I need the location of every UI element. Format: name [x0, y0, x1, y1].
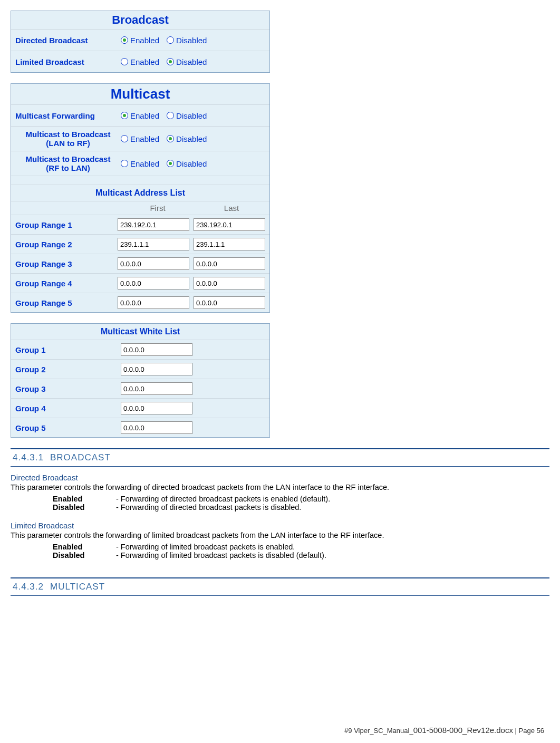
col-first: First	[121, 204, 195, 213]
directed-broadcast-heading: Directed Broadcast	[11, 473, 549, 482]
whitelist-label: Group 2	[15, 365, 117, 374]
option-label: Directed Broadcast	[15, 36, 121, 45]
option-row: Multicast ForwardingEnabledDisabled	[11, 104, 269, 126]
radio-icon	[121, 112, 128, 119]
group-range-row: Group Range 3	[11, 254, 269, 273]
disabled-radio[interactable]: Disabled	[167, 159, 207, 168]
option-row: Multicast to Broadcast(RF to LAN)Enabled…	[11, 151, 269, 176]
ip-input[interactable]	[121, 343, 192, 356]
ip-input-last[interactable]	[194, 218, 265, 231]
whitelist-title: Multicast White List	[11, 324, 269, 340]
section-heading-broadcast: 4.4.3.1BROADCAST	[11, 449, 549, 466]
directed-broadcast-desc: This parameter controls the forwarding o…	[11, 483, 549, 491]
whitelist-panel: Multicast White List Group 1Group 2Group…	[11, 323, 270, 438]
multicast-addr-list-title: Multicast Address List	[11, 185, 269, 201]
group-range-row: Group Range 1	[11, 215, 269, 234]
ip-input-last[interactable]	[194, 257, 265, 270]
enabled-radio[interactable]: Enabled	[121, 159, 159, 168]
enabled-radio[interactable]: Enabled	[121, 134, 159, 143]
range-label: Group Range 2	[15, 240, 113, 249]
whitelist-row: Group 1	[11, 340, 269, 359]
whitelist-row: Group 5	[11, 418, 269, 437]
whitelist-label: Group 1	[15, 345, 117, 354]
spacer	[11, 176, 269, 185]
def-row: Disabled- Forwarding of directed broadca…	[53, 503, 549, 512]
group-range-row: Group Range 4	[11, 273, 269, 293]
radio-icon	[167, 160, 174, 167]
multicast-title: Multicast	[11, 84, 269, 104]
range-label: Group Range 1	[15, 220, 113, 229]
whitelist-label: Group 4	[15, 404, 117, 413]
enabled-radio[interactable]: Enabled	[121, 111, 159, 120]
def-row: Enabled- Forwarding of directed broadcas…	[53, 495, 549, 503]
radio-icon	[167, 112, 174, 119]
radio-icon	[167, 36, 174, 44]
range-label: Group Range 3	[15, 259, 113, 268]
col-last: Last	[195, 204, 268, 213]
option-row: Directed BroadcastEnabledDisabled	[11, 29, 269, 51]
ip-input-last[interactable]	[194, 238, 265, 250]
ip-input-first[interactable]	[118, 277, 189, 290]
ip-input-first[interactable]	[118, 257, 189, 270]
option-row: Limited BroadcastEnabledDisabled	[11, 51, 269, 72]
multicast-panel: Multicast Multicast ForwardingEnabledDis…	[11, 83, 270, 313]
ip-input-last[interactable]	[194, 277, 265, 290]
ip-input-last[interactable]	[194, 296, 265, 309]
enabled-radio[interactable]: Enabled	[121, 57, 159, 66]
radio-icon	[121, 36, 128, 44]
ip-input-first[interactable]	[118, 296, 189, 309]
ip-input[interactable]	[121, 402, 192, 414]
broadcast-title: Broadcast	[11, 11, 269, 29]
def-row: Disabled- Forwarding of limited broadcas…	[53, 551, 549, 559]
ip-input-first[interactable]	[118, 238, 189, 250]
whitelist-label: Group 3	[15, 384, 117, 393]
range-label: Group Range 5	[15, 298, 113, 307]
group-range-row: Group Range 2	[11, 234, 269, 254]
limited-broadcast-desc: This parameter controls the forwarding o…	[11, 531, 549, 539]
whitelist-row: Group 4	[11, 398, 269, 418]
disabled-radio[interactable]: Disabled	[167, 57, 207, 66]
ip-input-first[interactable]	[118, 218, 189, 231]
range-label: Group Range 4	[15, 279, 113, 288]
radio-icon	[167, 135, 174, 142]
disabled-radio[interactable]: Disabled	[167, 111, 207, 120]
option-label: Multicast Forwarding	[15, 111, 121, 120]
radio-icon	[121, 135, 128, 142]
broadcast-panel: Broadcast Directed BroadcastEnabledDisab…	[11, 11, 270, 73]
section-heading-multicast: 4.4.3.2MULTICAST	[11, 578, 549, 595]
page-footer: #9 Viper_SC_Manual_001-5008-000_Rev12e.d…	[344, 726, 544, 735]
doc-section: 4.4.3.1BROADCAST Directed Broadcast This…	[11, 448, 549, 596]
radio-icon	[121, 58, 128, 65]
ip-input[interactable]	[121, 363, 192, 375]
whitelist-row: Group 3	[11, 379, 269, 398]
option-row: Multicast to Broadcast(LAN to RF)Enabled…	[11, 126, 269, 151]
ip-input[interactable]	[121, 421, 192, 434]
option-label: Multicast to Broadcast(RF to LAN)	[15, 155, 121, 172]
disabled-radio[interactable]: Disabled	[167, 134, 207, 143]
whitelist-label: Group 5	[15, 423, 117, 432]
addr-list-colheads: First Last	[11, 201, 269, 215]
group-range-row: Group Range 5	[11, 293, 269, 312]
radio-icon	[121, 160, 128, 167]
disabled-radio[interactable]: Disabled	[167, 36, 207, 45]
option-label: Multicast to Broadcast(LAN to RF)	[15, 130, 121, 148]
ip-input[interactable]	[121, 382, 192, 395]
radio-icon	[167, 58, 174, 65]
limited-broadcast-heading: Limited Broadcast	[11, 521, 549, 530]
whitelist-row: Group 2	[11, 359, 269, 379]
def-row: Enabled- Forwarding of limited broadcast…	[53, 543, 549, 551]
option-label: Limited Broadcast	[15, 57, 121, 66]
enabled-radio[interactable]: Enabled	[121, 36, 159, 45]
